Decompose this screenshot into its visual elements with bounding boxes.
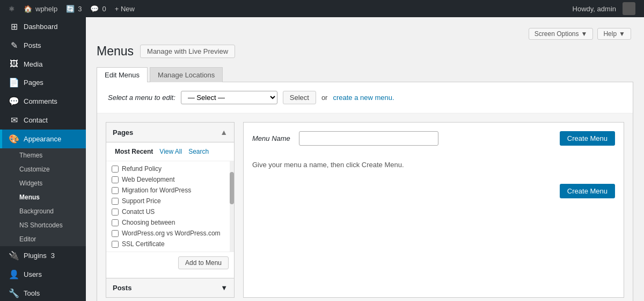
page-checkbox[interactable] — [112, 198, 119, 205]
sidebar-item-label: Plugins — [24, 252, 47, 260]
submenu-item-themes[interactable]: Themes — [0, 148, 86, 162]
site-icon: 🏠 — [24, 5, 32, 13]
sidebar-item-comments[interactable]: 💬 Comments — [0, 92, 86, 111]
pages-tab-row: Most Recent View All Search — [106, 147, 234, 161]
edit-area: Pages ▲ Most Recent View All Search — [97, 113, 633, 301]
media-icon: 🖼 — [9, 59, 19, 69]
menu-name-input[interactable] — [299, 131, 438, 146]
submenu-item-menus[interactable]: Menus — [0, 190, 86, 204]
sidebar-item-users[interactable]: 👤 Users — [0, 265, 86, 284]
sidebar-item-label: Posts — [24, 41, 41, 49]
sidebar-item-label: Users — [24, 270, 42, 278]
sidebar-item-label: Pages — [24, 78, 43, 87]
main-content: Screen Options ▼ Help ▼ Menus Manage wit… — [86, 17, 644, 301]
select-button[interactable]: Select — [283, 91, 316, 104]
scrollbar-track[interactable] — [230, 161, 234, 252]
pages-tab-view-all[interactable]: View All — [156, 147, 185, 156]
page-label: Support Price — [122, 197, 161, 205]
tools-icon: 🔧 — [9, 288, 19, 298]
sidebar-item-contact[interactable]: ✉ Contact — [0, 111, 86, 130]
select-menu-label: Select a menu to edit: — [108, 94, 175, 102]
appearance-submenu: Themes Customize Widgets Menus Backgroun… — [0, 148, 86, 246]
tabs-wrapper: Edit Menus Manage Locations — [97, 67, 633, 82]
right-panel: Menu Name Create Menu Give your menu a n… — [243, 122, 624, 298]
pages-header-label: Pages — [113, 128, 133, 137]
new-content-link[interactable]: + New — [111, 0, 139, 17]
page-label: SSL Certificate — [122, 240, 165, 248]
plugins-badge: 3 — [51, 252, 55, 260]
sidebar: ⊞ Dashboard ✎ Posts 🖼 Media 📄 Pages 💬 Co… — [0, 17, 86, 301]
submenu-item-background[interactable]: Background — [0, 204, 86, 218]
pages-accordion-body: Most Recent View All Search Refund Polic… — [106, 142, 234, 278]
page-checkbox[interactable] — [112, 241, 119, 248]
page-label: Refund Policy — [122, 165, 162, 173]
select-menu-row: Select a menu to edit: — Select — Select… — [97, 82, 633, 113]
comments-icon: 💬 — [90, 5, 99, 13]
submenu-item-customize[interactable]: Customize — [0, 162, 86, 176]
page-label: Choosing between — [122, 219, 175, 226]
plugins-icon: 🔌 — [9, 250, 19, 261]
page-checkbox[interactable] — [112, 230, 119, 237]
screen-options-button[interactable]: Screen Options ▼ — [529, 28, 594, 40]
site-name-link[interactable]: 🏠 wphelp — [19, 0, 62, 17]
add-to-menu-button[interactable]: Add to Menu — [178, 256, 229, 269]
admin-bar: ⚛ 🏠 wphelp 🔄 3 💬 0 + New Howdy, admin — [0, 0, 644, 17]
sidebar-item-media[interactable]: 🖼 Media — [0, 55, 86, 73]
sidebar-item-posts[interactable]: ✎ Posts — [0, 36, 86, 55]
sidebar-item-tools[interactable]: 🔧 Tools — [0, 284, 86, 301]
posts-header-label: Posts — [113, 284, 131, 292]
page-checkbox[interactable] — [112, 187, 119, 194]
create-menu-button-bottom[interactable]: Create Menu — [560, 184, 615, 198]
page-checkbox[interactable] — [112, 176, 119, 183]
sidebar-item-dashboard[interactable]: ⊞ Dashboard — [0, 17, 86, 36]
submenu-item-widgets[interactable]: Widgets — [0, 176, 86, 190]
create-new-menu-link[interactable]: create a new menu. — [333, 94, 394, 102]
page-label: WordPress.org vs WordPress.com — [122, 230, 221, 237]
pages-tab-most-recent[interactable]: Most Recent — [112, 147, 156, 156]
avatar — [623, 2, 635, 15]
help-button[interactable]: Help ▼ — [597, 28, 631, 40]
sidebar-item-appearance[interactable]: 🎨 Appearance — [0, 130, 86, 148]
sidebar-item-plugins[interactable]: 🔌 Plugins 3 — [0, 246, 86, 265]
list-item: Web Development — [112, 174, 229, 185]
page-checkbox[interactable] — [112, 209, 119, 216]
page-label: Conatct US — [122, 208, 155, 216]
posts-accordion-header[interactable]: Posts ▼ — [106, 278, 234, 297]
screen-options-bar: Screen Options ▼ Help ▼ — [97, 28, 633, 40]
posts-accordion: Posts ▼ — [106, 278, 235, 298]
pages-list: Refund Policy Web Development — [106, 161, 234, 252]
list-item: Choosing between — [112, 217, 229, 228]
page-checkbox[interactable] — [112, 219, 119, 226]
page-checkbox[interactable] — [112, 166, 119, 173]
list-item: Migration for WordPress — [112, 185, 229, 196]
appearance-icon: 🎨 — [9, 134, 19, 144]
sidebar-item-label: Contact — [24, 116, 48, 124]
list-item: Conatct US — [112, 206, 229, 217]
submenu-item-ns-shortcodes[interactable]: NS Shortcodes — [0, 218, 86, 232]
list-item: Refund Policy — [112, 163, 229, 174]
left-panel: Pages ▲ Most Recent View All Search — [106, 122, 235, 298]
page-header: Menus Manage with Live Preview — [97, 44, 633, 59]
page-label: Migration for WordPress — [122, 187, 191, 194]
updates-icon: 🔄 — [66, 5, 75, 13]
tab-edit-menus[interactable]: Edit Menus — [97, 67, 148, 82]
chevron-up-icon: ▲ — [220, 128, 228, 137]
wp-logo[interactable]: ⚛ — [4, 0, 19, 17]
sidebar-item-pages[interactable]: 📄 Pages — [0, 73, 86, 92]
comments-link[interactable]: 💬 0 — [86, 0, 110, 17]
create-menu-button-top[interactable]: Create Menu — [560, 131, 615, 146]
create-menu-bottom-row: Create Menu — [252, 184, 615, 198]
submenu-item-editor[interactable]: Editor — [0, 232, 86, 246]
live-preview-button[interactable]: Manage with Live Preview — [140, 45, 235, 58]
updates-link[interactable]: 🔄 3 — [62, 0, 86, 17]
dashboard-icon: ⊞ — [9, 22, 19, 32]
sidebar-item-label: Comments — [24, 97, 57, 105]
tab-manage-locations[interactable]: Manage Locations — [150, 67, 223, 82]
pages-tab-search[interactable]: Search — [185, 147, 212, 156]
chevron-down-icon: ▼ — [581, 30, 588, 38]
pages-scroll-wrap: Refund Policy Web Development — [106, 161, 234, 252]
menu-select[interactable]: — Select — — [181, 91, 277, 104]
pages-accordion-header[interactable]: Pages ▲ — [106, 123, 234, 142]
menu-name-label: Menu Name — [252, 134, 290, 142]
scrollbar-thumb[interactable] — [230, 172, 234, 204]
